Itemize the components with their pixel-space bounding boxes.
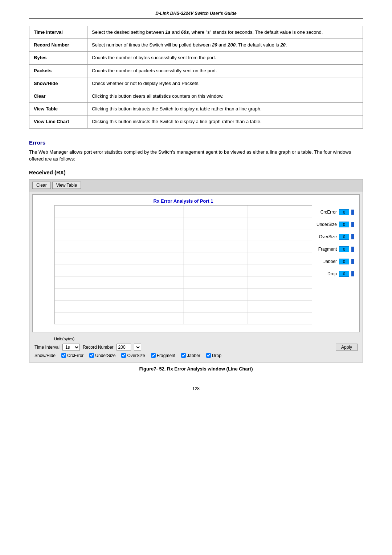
legend-value: 0	[339, 209, 349, 215]
clear-button[interactable]: Clear	[32, 182, 51, 189]
legend-color-bar	[351, 234, 354, 239]
legend-item: Jabber 0	[315, 259, 356, 264]
unit-label: Unit:(bytes)	[32, 337, 360, 341]
legend-value: 0	[339, 246, 349, 252]
checkbox-jabber[interactable]: Jabber	[181, 353, 200, 358]
chart-title: Rx Error Analysis of Port 1	[54, 198, 312, 204]
table-label-cell: Packets	[29, 64, 87, 77]
header-title: D-Link DHS-3224V Switch User's Guide	[155, 11, 237, 16]
table-label-cell: View Table	[29, 103, 87, 116]
time-interval-label: Time Interval	[34, 345, 60, 350]
table-desc-cell: Clicking this button instructs the Switc…	[87, 103, 363, 116]
legend-value: 0	[339, 271, 349, 277]
legend-color-bar	[351, 247, 354, 252]
legend-label: Fragment	[315, 247, 337, 252]
chart-legend: CrcError 0 UnderSize 0 OverSize 0 Fragme…	[312, 195, 359, 332]
legend-label: UnderSize	[315, 222, 337, 227]
checkbox-fragment[interactable]: Fragment	[151, 353, 175, 358]
chart-svg: 5000 4500 4000 3500 3000 2500 2000 1500 …	[54, 205, 312, 324]
controls-row: Time Interval 1s 5s 10s 30s 60s Record N…	[32, 343, 360, 352]
table-label-cell: Record Number	[29, 39, 87, 52]
table-desc-cell: Select number of times the Switch will b…	[87, 39, 363, 52]
table-desc-cell: Check whether or not to display Bytes an…	[87, 77, 363, 90]
table-desc-cell: Select the desired setting between 1s an…	[87, 26, 363, 39]
view-table-button[interactable]: View Table	[52, 182, 81, 189]
chart-toolbar: Clear View Table	[29, 179, 363, 191]
legend-item: Fragment 0	[315, 246, 356, 252]
table-desc-cell: Counts the number of bytes successfully …	[87, 52, 363, 64]
legend-color-bar	[351, 222, 354, 227]
table-label-cell: Time Interval	[29, 26, 87, 39]
errors-description: The Web Manager allows port error statis…	[29, 149, 363, 163]
chart-window: Clear View Table Rx Error Analysis of Po…	[29, 179, 363, 362]
table-desc-cell: Counts the number of packets successfull…	[87, 64, 363, 77]
legend-color-bar	[351, 210, 354, 215]
checkbox-oversize[interactable]: OverSize	[121, 353, 145, 358]
checkbox-undersize[interactable]: UnderSize	[89, 353, 115, 358]
info-table: Time Interval Select the desired setting…	[29, 26, 363, 129]
chart-bottom: Unit:(bytes) Time Interval 1s 5s 10s 30s…	[29, 335, 363, 362]
record-number-select[interactable]	[134, 344, 141, 351]
legend-label: Jabber	[315, 259, 337, 264]
time-interval-select[interactable]: 1s 5s 10s 30s 60s	[62, 344, 80, 351]
errors-heading: Errors	[29, 139, 363, 146]
table-label-cell: Clear	[29, 90, 87, 102]
legend-color-bar	[351, 259, 354, 264]
legend-item: OverSize 0	[315, 234, 356, 240]
table-label-cell: Show/Hide	[29, 77, 87, 90]
legend-item: Drop 0	[315, 271, 356, 277]
table-label-cell: Bytes	[29, 52, 87, 64]
record-number-label: Record Number	[83, 345, 114, 350]
chart-area: Rx Error Analysis of Port 1	[32, 194, 360, 332]
record-number-input[interactable]	[117, 344, 131, 351]
legend-value: 0	[339, 234, 349, 240]
checkbox-drop[interactable]: Drop	[206, 353, 221, 358]
legend-label: OverSize	[315, 234, 337, 239]
legend-label: CrcError	[315, 210, 337, 215]
legend-color-bar	[351, 271, 354, 276]
show-hide-label: Show/Hide	[34, 353, 56, 358]
legend-label: Drop	[315, 271, 337, 276]
table-desc-cell: Clicking this button instructs the Switc…	[87, 116, 363, 128]
legend-item: CrcError 0	[315, 209, 356, 215]
chart-inner: Rx Error Analysis of Port 1	[33, 195, 312, 332]
page-header: D-Link DHS-3224V Switch User's Guide	[29, 11, 363, 19]
page-number: 128	[29, 386, 363, 391]
received-heading: Received (RX)	[29, 169, 363, 175]
table-desc-cell: Clicking this button clears all statisti…	[87, 90, 363, 102]
checkbox-crcerror[interactable]: CrcError	[61, 353, 83, 358]
show-hide-row: Show/Hide CrcError UnderSize OverSize Fr…	[32, 352, 360, 359]
table-label-cell: View Line Chart	[29, 116, 87, 128]
figure-caption: Figure7- 52. Rx Error Analysis window (L…	[29, 366, 363, 372]
apply-button[interactable]: Apply	[336, 344, 358, 351]
legend-value: 0	[339, 259, 349, 264]
legend-item: UnderSize 0	[315, 222, 356, 227]
legend-value: 0	[339, 222, 349, 227]
